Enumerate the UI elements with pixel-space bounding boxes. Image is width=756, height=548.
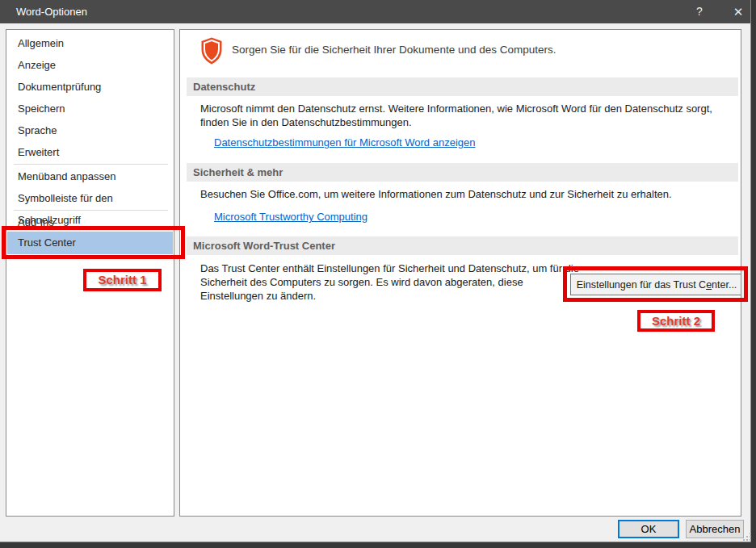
titlebar: Word-Optionen ? ✕ [0,0,750,23]
datenschutz-link[interactable]: Datenschutzbestimmungen für Microsoft Wo… [214,136,475,149]
close-icon[interactable]: ✕ [720,0,756,23]
security-shield-icon [200,37,223,65]
page-title: Sorgen Sie für die Sicherheit Ihrer Doku… [232,44,556,56]
sidebar-item-erweitert[interactable]: Erweitert [7,141,173,163]
step1-highlight-box [2,226,185,259]
sidebar-item-menueband[interactable]: Menüband anpassen [7,165,173,187]
step1-label: Schritt 1 [83,269,162,291]
sidebar-item-anzeige[interactable]: Anzeige [7,54,173,76]
cancel-button[interactable]: Abbrechen [686,520,744,538]
section-header-sicherheit: Sicherheit & mehr [187,163,738,182]
dialog-title: Word-Optionen [16,0,87,23]
help-icon[interactable]: ? [683,0,716,23]
sidebar-item-sprache[interactable]: Sprache [7,119,173,141]
sidebar-item-symbolleiste[interactable]: Symbolleiste für den Schnellzugriff [7,187,173,209]
trust-center-body: Das Trust Center enthält Einstellungen f… [200,261,586,303]
sicherheit-body: Besuchen Sie Office.com, um weitere Info… [200,187,740,201]
resize-grip[interactable] [744,533,751,541]
trustworthy-computing-link[interactable]: Microsoft Trustworthy Computing [214,211,368,223]
datenschutz-body: Microsoft nimmt den Datenschutz ernst. W… [200,102,740,129]
step2-highlight-box [563,266,748,302]
sidebar-item-dokumentpruefung[interactable]: Dokumentprüfung [7,76,173,98]
ok-button[interactable]: OK [618,520,679,538]
word-options-dialog: Word-Optionen ? ✕ Allgemein Anzeige Doku… [0,0,751,542]
sidebar-item-allgemein[interactable]: Allgemein [7,32,173,54]
section-header-trust-center: Microsoft Word-Trust Center [187,236,738,255]
sidebar-separator [14,164,168,165]
step2-label: Schritt 2 [637,310,715,332]
section-header-datenschutz: Datenschutz [187,77,738,96]
sidebar-separator [14,210,168,211]
sidebar-item-speichern[interactable]: Speichern [7,98,173,119]
